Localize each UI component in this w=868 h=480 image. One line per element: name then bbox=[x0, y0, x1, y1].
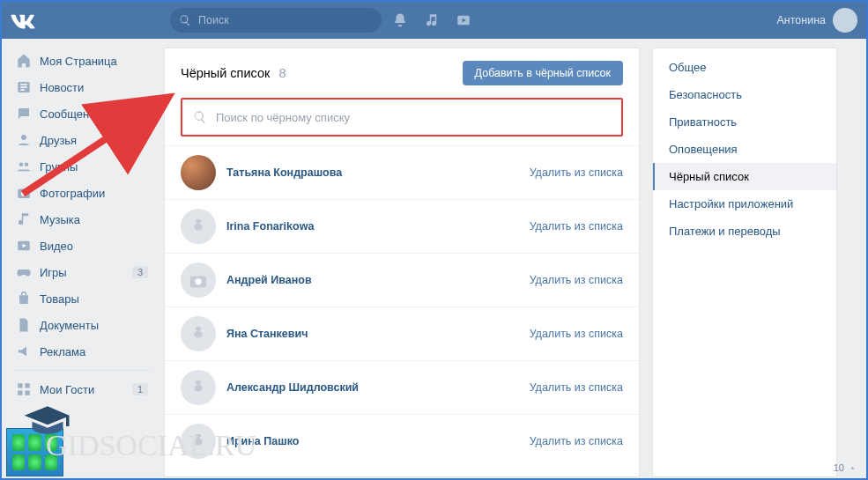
home-icon bbox=[16, 53, 32, 69]
svg-point-2 bbox=[21, 135, 26, 140]
user-name[interactable]: Irina Fonarikowa bbox=[226, 220, 314, 233]
watermark: GIDSOCIAL.RU bbox=[46, 429, 256, 462]
nav-guests[interactable]: Мои Гости1 bbox=[11, 376, 152, 402]
page-title: Чёрный список 8 bbox=[181, 66, 286, 80]
svg-rect-11 bbox=[26, 391, 30, 395]
svg-point-3 bbox=[19, 163, 24, 167]
nav-photo[interactable]: Фотографии bbox=[11, 180, 152, 206]
remove-link[interactable]: Удалить из списка bbox=[530, 328, 623, 340]
nav-friends[interactable]: Друзья bbox=[11, 127, 152, 153]
nav-news[interactable]: Новости bbox=[11, 74, 152, 100]
filter-box[interactable] bbox=[181, 98, 623, 137]
nav-docs[interactable]: Документы bbox=[11, 312, 152, 338]
footer-count[interactable]: 10 bbox=[834, 462, 857, 473]
topbar: Антонина bbox=[2, 2, 866, 39]
nav-groups[interactable]: Группы bbox=[11, 153, 152, 180]
settings-tab[interactable]: Общее bbox=[653, 54, 836, 81]
blacklist-row: Александр ШидловскийУдалить из списка bbox=[165, 360, 639, 414]
avatar-icon bbox=[833, 8, 857, 33]
main-header: Чёрный список 8 Добавить в чёрный список bbox=[165, 48, 639, 98]
svg-point-6 bbox=[21, 191, 26, 196]
chevron-up-icon bbox=[848, 463, 857, 473]
avatar-placeholder-icon bbox=[181, 370, 216, 405]
filter-input[interactable] bbox=[216, 111, 611, 124]
svg-rect-9 bbox=[26, 383, 30, 388]
nav-label: Видео bbox=[40, 240, 73, 253]
svg-rect-10 bbox=[18, 391, 22, 395]
top-icons bbox=[392, 12, 471, 28]
video-icon bbox=[16, 238, 32, 254]
blacklist-row: Андрей ИвановУдалить из списка bbox=[165, 253, 639, 306]
search-icon bbox=[179, 14, 191, 26]
chat-icon bbox=[16, 106, 32, 122]
user-menu[interactable]: Антонина bbox=[776, 8, 857, 33]
nav-games[interactable]: Игры3 bbox=[11, 259, 152, 285]
nav-video[interactable]: Видео bbox=[11, 233, 152, 259]
avatar-icon bbox=[181, 155, 216, 190]
nav-badge: 1 bbox=[132, 383, 148, 395]
search-input[interactable] bbox=[198, 14, 337, 26]
remove-link[interactable]: Удалить из списка bbox=[530, 274, 623, 286]
music-icon bbox=[16, 211, 32, 227]
news-icon bbox=[16, 79, 32, 95]
nav-label: Игры bbox=[40, 266, 67, 279]
avatar-placeholder-icon bbox=[181, 262, 216, 298]
add-to-blacklist-button[interactable]: Добавить в чёрный список bbox=[463, 61, 623, 85]
nav-chat[interactable]: Сообщения1 bbox=[11, 100, 152, 127]
title-count: 8 bbox=[278, 66, 286, 80]
gem-icon bbox=[28, 454, 41, 471]
nav-badge: 3 bbox=[132, 266, 148, 278]
gem-icon bbox=[12, 454, 25, 471]
avatar-placeholder-icon bbox=[181, 209, 216, 244]
svg-rect-8 bbox=[18, 383, 22, 388]
gem-icon bbox=[28, 434, 41, 451]
vk-logo-icon[interactable] bbox=[11, 8, 35, 33]
settings-tab[interactable]: Платежи и переводы bbox=[653, 218, 836, 245]
nav-label: Документы bbox=[40, 319, 99, 332]
right-nav: ОбщееБезопасностьПриватностьОповещенияЧё… bbox=[652, 48, 837, 477]
nav-label: Группы bbox=[40, 160, 78, 174]
nav-label: Реклама bbox=[40, 345, 85, 358]
remove-link[interactable]: Удалить из списка bbox=[530, 166, 623, 179]
remove-link[interactable]: Удалить из списка bbox=[530, 381, 623, 394]
market-icon bbox=[16, 291, 32, 306]
settings-tab[interactable]: Безопасность bbox=[653, 81, 836, 108]
search-box[interactable] bbox=[170, 8, 382, 33]
username: Антонина bbox=[776, 14, 826, 26]
footer-count-value: 10 bbox=[834, 462, 844, 473]
avatar-placeholder-icon bbox=[181, 316, 216, 351]
nav-music[interactable]: Музыка bbox=[11, 206, 152, 233]
play-icon[interactable] bbox=[456, 12, 471, 28]
remove-link[interactable]: Удалить из списка bbox=[530, 220, 623, 233]
settings-tab[interactable]: Оповещения bbox=[653, 136, 836, 163]
nav-label: Мои Гости bbox=[40, 383, 94, 396]
user-name[interactable]: Александр Шидловский bbox=[226, 381, 359, 394]
nav-market[interactable]: Товары bbox=[11, 285, 152, 312]
svg-point-4 bbox=[25, 163, 29, 167]
settings-tab[interactable]: Приватность bbox=[653, 108, 836, 136]
remove-link[interactable]: Удалить из списка bbox=[530, 435, 623, 447]
music-icon[interactable] bbox=[424, 12, 440, 28]
photo-icon bbox=[16, 185, 32, 201]
settings-tab[interactable]: Чёрный список bbox=[653, 163, 836, 190]
nav-label: Фотографии bbox=[40, 187, 105, 200]
nav-label: Друзья bbox=[40, 134, 77, 147]
svg-point-13 bbox=[195, 278, 201, 284]
gem-icon bbox=[12, 434, 25, 451]
nav-label: Моя Страница bbox=[40, 55, 117, 68]
blacklist-row: Irina FonarikowaУдалить из списка bbox=[165, 199, 639, 253]
user-name[interactable]: Андрей Иванов bbox=[226, 274, 312, 286]
nav-badge: 1 bbox=[132, 107, 148, 120]
grid-icon bbox=[16, 381, 32, 397]
nav-home[interactable]: Моя Страница bbox=[11, 48, 152, 74]
bell-icon[interactable] bbox=[392, 12, 408, 28]
nav-label: Товары bbox=[40, 292, 79, 306]
user-name[interactable]: Татьяна Кондрашова bbox=[226, 166, 342, 179]
user-name[interactable]: Яна Станкевич bbox=[226, 328, 308, 340]
nav-ads[interactable]: Реклама bbox=[11, 338, 152, 365]
groups-icon bbox=[16, 159, 32, 174]
nav-label: Музыка bbox=[40, 213, 80, 226]
blacklist-row: Яна СтанкевичУдалить из списка bbox=[165, 306, 639, 360]
friends-icon bbox=[16, 132, 32, 148]
settings-tab[interactable]: Настройки приложений bbox=[653, 190, 836, 218]
